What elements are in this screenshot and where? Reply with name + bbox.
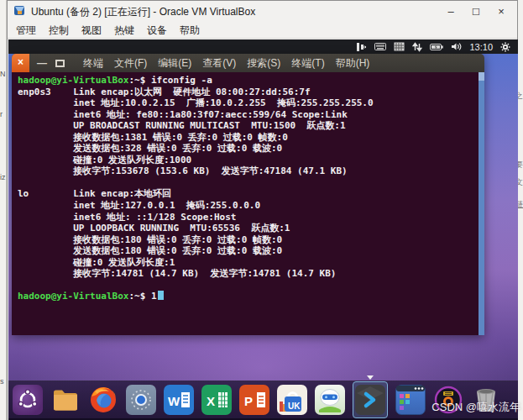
svg-text:X: X bbox=[207, 394, 215, 408]
terminal-line: inet6 地址: ::1/128 Scope:Host bbox=[18, 212, 479, 223]
terminal-menu-item[interactable]: 终端 bbox=[83, 56, 103, 71]
terminal-titlebar: × — 终端文件(F)编辑(E)查看(V)搜索(S)终端(T)帮助(H) bbox=[12, 54, 484, 72]
screenshot-stage: Nrizs 之要文链 Ubuntu (备份 2) [正在运行] - Oracle… bbox=[0, 0, 523, 420]
ubuntu-top-panel: 13:10 bbox=[8, 39, 518, 54]
vbox-menu-item[interactable]: 控制 bbox=[49, 24, 69, 38]
window-switcher-icon[interactable] bbox=[395, 385, 426, 415]
host-text-fragment: 之 bbox=[518, 91, 523, 102]
terminal-line bbox=[18, 177, 479, 189]
terminal-line: hadoop@yi-VirtualBox:~$ ifconfig -a bbox=[18, 75, 479, 87]
terminal-text: 接收数据包:180 错误:0 丢弃:0 过载:0 帧数:0 bbox=[18, 234, 282, 245]
terminal-text bbox=[18, 177, 24, 188]
wps-presentation-icon[interactable]: P bbox=[239, 385, 269, 415]
terminal-menu-item[interactable]: 编辑(E) bbox=[158, 56, 191, 71]
terminal-text: UP BROADCAST RUNNING MULTICAST MTU:1500 … bbox=[18, 120, 346, 131]
active-indicator-top bbox=[367, 375, 374, 380]
vbox-menu-item[interactable]: 管理 bbox=[16, 24, 36, 38]
terminal-dock-icon[interactable] bbox=[353, 381, 388, 418]
window-title: Ubuntu (备份 2) [正在运行] - Oracle VM Virtual… bbox=[31, 5, 438, 19]
terminal-line: 碰撞:0 发送队列长度:1000 bbox=[18, 155, 479, 166]
ubuntu-dash-icon[interactable] bbox=[13, 385, 43, 415]
virtualbox-titlebar: Ubuntu (备份 2) [正在运行] - Oracle VM Virtual… bbox=[8, 1, 517, 23]
terminal-line: enp0s3 Link encap:以太网 硬件地址 08:00:27:dd:5… bbox=[18, 87, 479, 98]
host-text-fragment: iz bbox=[0, 173, 6, 181]
host-text-fragment: N bbox=[0, 70, 6, 78]
terminal-text: 碰撞:0 发送队列长度:1000 bbox=[18, 155, 191, 165]
wps-writer-icon[interactable]: W bbox=[164, 385, 194, 415]
host-background-right: 之要文链 bbox=[518, 0, 523, 420]
host-text-fragment: 链 bbox=[518, 199, 523, 210]
vm-screen: 13:10 × — 终端文件(F)编辑(E bbox=[8, 39, 518, 420]
maximize-button[interactable]: ☐ bbox=[463, 3, 489, 21]
terminal-output[interactable]: hadoop@yi-VirtualBox:~$ ifconfig -aenp0s… bbox=[12, 72, 479, 335]
terminal-text: inet 地址:10.0.2.15 广播:10.0.2.255 掩码:255.2… bbox=[18, 97, 374, 108]
terminal-text: lo Link encap:本地环回 bbox=[18, 188, 171, 199]
terminal-window: × — 终端文件(F)编辑(E)查看(V)搜索(S)终端(T)帮助(H) had… bbox=[12, 54, 484, 335]
terminal-prompt: hadoop@yi-VirtualBox bbox=[18, 75, 128, 86]
wps-spreadsheet-icon[interactable]: X bbox=[201, 385, 232, 415]
terminal-menubar: 终端文件(F)编辑(E)查看(V)搜索(S)终端(T)帮助(H) bbox=[83, 56, 369, 71]
battery-icon[interactable] bbox=[430, 43, 443, 51]
close-button[interactable]: × bbox=[489, 3, 514, 21]
terminal-menu-item[interactable]: 终端(T) bbox=[291, 56, 324, 71]
terminal-line: UP LOOPBACK RUNNING MTU:65536 跃点数:1 bbox=[18, 223, 479, 234]
terminal-text: :~$ ifconfig -a bbox=[128, 75, 212, 86]
volume-icon[interactable] bbox=[451, 42, 462, 51]
vbox-menu-item[interactable]: 设备 bbox=[147, 24, 167, 38]
terminal-text: inet 地址:127.0.0.1 掩码:255.0.0.0 bbox=[18, 200, 260, 211]
software-center-icon[interactable]: UK bbox=[277, 385, 307, 415]
vbox-menu-item[interactable]: 视图 bbox=[81, 24, 102, 38]
terminal-line: 碰撞:0 发送队列长度:1 bbox=[18, 257, 479, 269]
terminal-menu-item[interactable]: 查看(V) bbox=[202, 56, 236, 71]
minimize-button[interactable]: – bbox=[438, 3, 463, 21]
terminal-minimize-button[interactable]: — bbox=[37, 55, 47, 71]
host-background-left: Nrizs bbox=[0, 0, 7, 420]
terminal-text: enp0s3 Link encap:以太网 硬件地址 08:00:27:dd:5… bbox=[18, 87, 311, 97]
network-arrows-icon[interactable] bbox=[412, 42, 422, 52]
terminal-text: 接收数据包:1381 错误:0 丢弃:0 过载:0 帧数:0 bbox=[18, 132, 288, 143]
terminal-line: hadoop@yi-VirtualBox:~$ 1 bbox=[18, 291, 479, 302]
terminal-menu-item[interactable]: 帮助(H) bbox=[336, 56, 370, 71]
terminal-scrollbar[interactable] bbox=[479, 72, 484, 335]
terminal-close-button[interactable]: × bbox=[12, 54, 29, 72]
terminal-text: 发送数据包:180 错误:0 丢弃:0 过载:0 载波:0 bbox=[18, 245, 282, 256]
host-text-fragment: r bbox=[0, 110, 3, 118]
terminal-line: inet 地址:10.0.2.15 广播:10.0.2.255 掩码:255.2… bbox=[18, 97, 479, 109]
vbox-menubar: 管理控制视图热键设备帮助 bbox=[8, 23, 517, 39]
terminal-line: 发送数据包:328 错误:0 丢弃:0 过载:0 载波:0 bbox=[18, 143, 479, 155]
terminal-text: :~$ 1 bbox=[128, 291, 156, 302]
keyboard-icon[interactable] bbox=[374, 42, 386, 51]
terminal-line: 接收字节:14781 (14.7 KB) 发送字节:14781 (14.7 KB… bbox=[18, 268, 479, 280]
vbox-menu-item[interactable]: 帮助 bbox=[180, 24, 200, 38]
terminal-text: inet6 地址: fe80::1a80:3f07:aecc:599/64 Sc… bbox=[18, 109, 348, 120]
terminal-line: lo Link encap:本地环回 bbox=[18, 188, 479, 200]
clock[interactable]: 13:10 bbox=[469, 42, 493, 52]
terminal-text: inet6 地址: ::1/128 Scope:Host bbox=[18, 212, 236, 223]
virtualbox-logo-icon bbox=[13, 4, 26, 20]
host-text-fragment: 文 bbox=[518, 177, 523, 188]
terminal-line: inet6 地址: fe80::1a80:3f07:aecc:599/64 Sc… bbox=[18, 109, 479, 121]
terminal-line: inet 地址:127.0.0.1 掩码:255.0.0.0 bbox=[18, 200, 479, 212]
firefox-icon[interactable] bbox=[88, 385, 118, 415]
terminal-menu-item[interactable]: 搜索(S) bbox=[247, 56, 280, 71]
file-manager-icon[interactable] bbox=[50, 385, 81, 415]
terminal-text: 接收字节:14781 (14.7 KB) 发送字节:14781 (14.7 KB… bbox=[18, 268, 336, 279]
terminal-maximize-button[interactable] bbox=[55, 60, 65, 67]
terminal-line: 发送数据包:180 错误:0 丢弃:0 过载:0 载波:0 bbox=[18, 245, 479, 257]
session-gear-icon[interactable] bbox=[500, 42, 510, 52]
terminal-text: 接收字节:153678 (153.6 KB) 发送字节:47184 (47.1 … bbox=[18, 165, 348, 176]
kylin-assistant-icon[interactable] bbox=[315, 385, 345, 415]
terminal-text bbox=[18, 280, 24, 291]
terminal-line bbox=[18, 280, 479, 291]
scanner-app-icon[interactable] bbox=[126, 385, 156, 415]
software-center-label: UK bbox=[288, 402, 301, 411]
virtualbox-window: Ubuntu (备份 2) [正在运行] - Oracle VM Virtual… bbox=[7, 0, 518, 420]
terminal-menu-item[interactable]: 文件(F) bbox=[114, 56, 147, 71]
keyboard-grid-icon[interactable] bbox=[394, 42, 405, 51]
svg-text:P: P bbox=[244, 394, 253, 408]
vbox-menu-item[interactable]: 热键 bbox=[114, 24, 134, 38]
terminal-cursor bbox=[158, 291, 164, 300]
input-method-icon[interactable] bbox=[356, 42, 367, 52]
terminal-line: UP BROADCAST RUNNING MULTICAST MTU:1500 … bbox=[18, 120, 479, 132]
watermark: CSDN @嘻水流年 bbox=[431, 400, 520, 415]
